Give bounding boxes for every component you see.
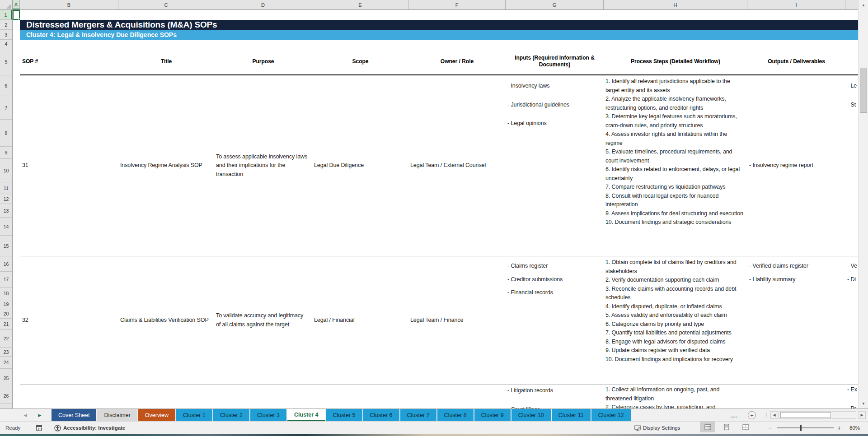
scroll-up-button[interactable]: ▲ xyxy=(859,0,868,10)
clipped-item[interactable]: - Pr xyxy=(847,404,858,409)
row-header[interactable]: 19 xyxy=(0,299,12,309)
sheet-tab[interactable]: Cluster 5 xyxy=(326,409,362,422)
tab-scroll-left-button[interactable]: ◀ xyxy=(20,409,31,422)
normal-view-button[interactable] xyxy=(700,422,715,432)
column-header-h[interactable]: H xyxy=(604,0,747,9)
row-header[interactable]: 22 xyxy=(0,330,12,348)
header-sop[interactable]: SOP # xyxy=(20,48,118,74)
sheet-area[interactable]: Distressed Mergers & Acquisitions (M&A) … xyxy=(13,10,858,408)
cell-owner[interactable]: Legal Team / Finance xyxy=(408,256,506,384)
cell-outputs[interactable]: - Insolvency regime report xyxy=(747,75,845,256)
cell-sop-number[interactable]: 31 xyxy=(20,75,118,256)
output-item[interactable]: - Verified claims register xyxy=(749,262,845,271)
sheet-tab[interactable]: Cluster 7 xyxy=(400,409,436,422)
row-header[interactable]: 10 xyxy=(0,159,12,182)
step-item[interactable]: 5. Evaluate timelines, procedural requir… xyxy=(605,148,746,165)
input-item[interactable]: - Court filings xyxy=(507,405,602,409)
step-item[interactable]: 1. Obtain complete list of claims filed … xyxy=(605,258,746,276)
column-header-c[interactable]: C xyxy=(118,0,214,9)
step-item[interactable]: 2. Verify documentation supporting each … xyxy=(605,276,746,285)
row-header[interactable]: 26 xyxy=(0,388,12,404)
clipped-item[interactable]: - Ve xyxy=(847,262,858,271)
zoom-level-button[interactable]: 80% xyxy=(849,422,860,434)
step-item[interactable]: 9. Assess implications for deal structur… xyxy=(605,209,746,218)
row-header[interactable]: 21 xyxy=(0,319,12,330)
cell-outputs-clipped[interactable]: - Ve- Di xyxy=(845,256,858,384)
input-item[interactable]: - Creditor submissions xyxy=(507,275,602,284)
cell-inputs[interactable]: - Litigation records- Court filings xyxy=(506,385,602,408)
row-header[interactable]: 2 xyxy=(0,20,12,30)
output-item[interactable]: - Insolvency regime report xyxy=(749,161,845,170)
step-item[interactable]: 2. Categorize cases by type, jurisdictio… xyxy=(605,403,746,408)
header-title[interactable]: Title xyxy=(118,48,214,74)
cell-steps[interactable]: 1. Obtain complete list of claims filed … xyxy=(604,256,746,384)
row-header[interactable]: 25 xyxy=(0,369,12,388)
horizontal-scrollbar[interactable] xyxy=(779,411,856,419)
step-item[interactable]: 10. Document findings and strategic cons… xyxy=(605,218,746,227)
row-header[interactable]: 3 xyxy=(0,30,12,40)
row-header[interactable]: 11 xyxy=(0,182,12,194)
header-inputs[interactable]: Inputs (Required Information & Documents… xyxy=(506,48,604,74)
step-item[interactable]: 8. Engage with legal advisors for disput… xyxy=(605,338,746,347)
sheet-tab[interactable]: Cluster 10 xyxy=(511,409,551,422)
header-owner[interactable]: Owner / Role xyxy=(408,48,506,74)
column-header-g[interactable]: G xyxy=(506,0,604,9)
sheet-tab[interactable]: Cluster 9 xyxy=(474,409,511,422)
step-item[interactable]: 9. Update claims register with verified … xyxy=(605,346,746,355)
row-header[interactable]: 9 xyxy=(0,147,12,159)
input-item[interactable]: - Legal opinions xyxy=(507,119,602,128)
hscroll-right-button[interactable]: ▶ xyxy=(858,411,866,419)
hscroll-left-button[interactable]: ◀ xyxy=(770,411,778,419)
row-header[interactable]: 12 xyxy=(0,194,12,204)
select-all-button[interactable] xyxy=(0,0,13,10)
clipped-item[interactable]: - Di xyxy=(847,275,858,284)
input-item[interactable]: - Insolvency laws xyxy=(507,82,602,91)
step-item[interactable]: 2. Analyze the applicable insolvency fra… xyxy=(605,95,746,112)
input-item[interactable]: - Litigation records xyxy=(507,386,602,395)
step-item[interactable]: 4. Identify disputed, duplicate, or infl… xyxy=(605,302,746,311)
row-header[interactable]: 15 xyxy=(0,236,12,256)
sheet-tab[interactable]: Cluster 2 xyxy=(213,409,249,422)
step-item[interactable]: 3. Determine key legal features such as … xyxy=(605,112,746,130)
input-item[interactable]: - Claims register xyxy=(507,262,602,271)
input-item[interactable]: - Financial records xyxy=(507,288,602,297)
sheet-tab[interactable]: Disclaimer xyxy=(97,409,137,422)
step-item[interactable]: 5. Assess validity and enforceability of… xyxy=(605,311,746,320)
sheet-tab[interactable]: Cluster 8 xyxy=(437,409,474,422)
sheet-tab[interactable]: Cover Sheet xyxy=(52,409,96,422)
row-header[interactable]: 24 xyxy=(0,357,12,369)
cell-steps[interactable]: 1. Identify all relevant jurisdictions a… xyxy=(604,75,746,256)
step-item[interactable]: 6. Categorize claims by priority and typ… xyxy=(605,320,746,329)
cell-outputs[interactable]: - Verified claims register- Liability su… xyxy=(747,256,845,384)
row-header[interactable]: 18 xyxy=(0,288,12,299)
input-item[interactable]: - Jurisdictional guidelines xyxy=(507,101,602,110)
column-header-e[interactable]: E xyxy=(312,0,408,9)
zoom-out-button[interactable]: − xyxy=(768,422,772,434)
step-item[interactable]: 6. Identify risks related to enforcement… xyxy=(605,165,746,183)
cell-outputs-clipped[interactable]: - Ex- Pr xyxy=(845,385,858,408)
sheet-tab[interactable]: Cluster 1 xyxy=(176,409,212,422)
vertical-scroll-thumb[interactable] xyxy=(860,68,867,113)
cell-outputs-clipped[interactable]: - Le- St xyxy=(845,75,858,256)
zoom-slider-handle[interactable] xyxy=(800,425,802,431)
row-header[interactable]: 17 xyxy=(0,272,12,288)
page-break-view-button[interactable] xyxy=(738,422,753,432)
display-settings-button[interactable]: Display Settings xyxy=(634,422,680,434)
vertical-scrollbar[interactable]: ▲ ▼ xyxy=(858,0,868,408)
row-header[interactable]: 14 xyxy=(0,218,12,236)
column-header-a[interactable]: A xyxy=(13,0,20,9)
step-item[interactable]: 4. Assess investor rights and limitation… xyxy=(605,130,746,148)
cell-owner[interactable]: Legal Team / External Counsel xyxy=(408,75,506,256)
row-header[interactable]: 1 xyxy=(0,10,12,20)
sheet-tab[interactable]: Overview xyxy=(138,409,175,422)
zoom-in-button[interactable]: + xyxy=(837,422,841,434)
cell-purpose[interactable]: To assess applicable insolvency laws and… xyxy=(214,75,309,256)
tab-overflow[interactable]: ... xyxy=(731,409,737,422)
sheet-tab[interactable]: Cluster 4 xyxy=(287,409,325,422)
row-header[interactable]: 23 xyxy=(0,348,12,357)
row-header[interactable]: 7 xyxy=(0,96,12,120)
cell-inputs[interactable]: - Insolvency laws- Jurisdictional guidel… xyxy=(506,75,602,256)
column-header-b[interactable]: B xyxy=(20,0,118,9)
row-header[interactable]: 4 xyxy=(0,40,12,48)
cell-scope[interactable]: Legal / Financial xyxy=(312,256,408,384)
